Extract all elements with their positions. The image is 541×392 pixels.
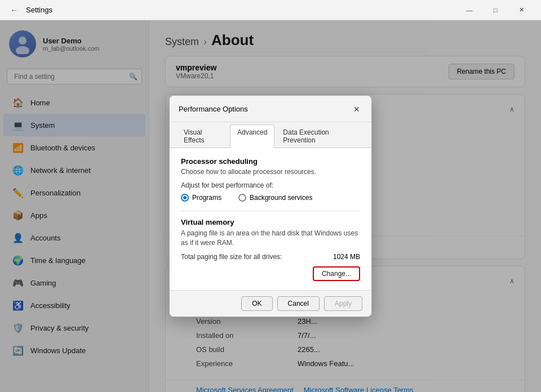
ok-button[interactable]: OK (241, 296, 272, 311)
virt-mem-title: Virtual memory (181, 218, 360, 226)
close-button[interactable]: ✕ (508, 0, 534, 20)
radio-group: Programs Background services (181, 194, 360, 202)
modal-tabs: Visual EffectsAdvancedData Execution Pre… (170, 122, 371, 148)
divider (181, 211, 360, 211)
paging-row: Total paging file size for all drives: 1… (181, 253, 360, 261)
back-button[interactable]: ← (7, 3, 21, 17)
radio-background-circle (238, 194, 246, 202)
window-controls: — □ ✕ (456, 0, 534, 20)
modal-advanced-content: Processor scheduling Choose how to alloc… (170, 148, 371, 291)
modal-tab-visual[interactable]: Visual Effects (176, 124, 229, 148)
proc-section-desc: Choose how to allocate processor resourc… (181, 168, 360, 176)
radio-programs-circle (181, 194, 189, 202)
modal-tab-advanced[interactable]: Advanced (230, 124, 274, 148)
radio-background[interactable]: Background services (238, 194, 312, 202)
modal-titlebar: Performance Options ✕ (170, 96, 371, 122)
modal-tab-dep[interactable]: Data Execution Prevention (276, 124, 365, 148)
radio-background-label: Background services (250, 194, 312, 202)
minimize-button[interactable]: — (456, 0, 482, 20)
paging-label: Total paging file size for all drives: (181, 253, 282, 261)
radio-programs[interactable]: Programs (181, 194, 221, 202)
apply-button[interactable]: Apply (324, 296, 362, 311)
modal-footer: OK Cancel Apply (170, 290, 371, 317)
title-bar: ← Settings — □ ✕ (0, 0, 541, 20)
adjust-label: Adjust for best performance of: (181, 181, 360, 189)
cancel-button[interactable]: Cancel (277, 296, 320, 311)
maximize-button[interactable]: □ (482, 0, 508, 20)
modal-overlay: Performance Options ✕ Visual EffectsAdva… (0, 20, 541, 392)
modal-close-button[interactable]: ✕ (349, 101, 365, 117)
radio-programs-label: Programs (192, 194, 221, 202)
proc-section-title: Processor scheduling (181, 157, 360, 166)
modal-title: Performance Options (179, 105, 248, 113)
app-title: Settings (26, 6, 52, 14)
performance-options-modal: Performance Options ✕ Visual EffectsAdva… (169, 95, 372, 318)
paging-value: 1024 MB (333, 253, 360, 261)
virt-mem-desc: A paging file is an area on the hard dis… (181, 229, 360, 248)
change-button[interactable]: Change... (313, 266, 360, 281)
